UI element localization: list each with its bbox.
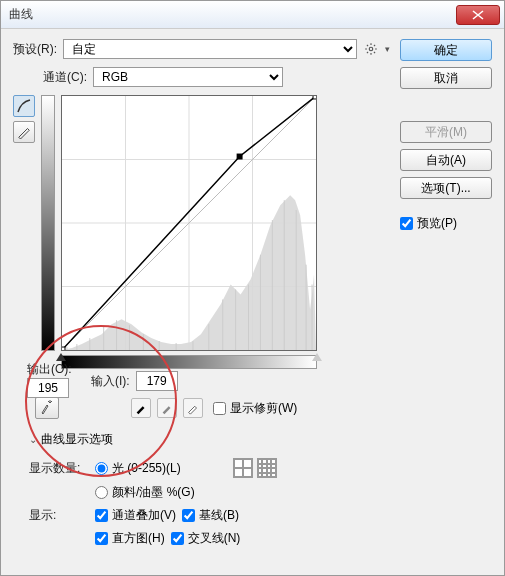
intersection-checkbox[interactable]: 交叉线(N) xyxy=(171,530,241,547)
preset-select[interactable]: 自定 xyxy=(63,39,357,59)
light-radio[interactable]: 光 (0-255)(L) xyxy=(95,460,181,477)
svg-point-0 xyxy=(369,47,373,51)
channel-overlay-checkbox[interactable]: 通道叠加(V) xyxy=(95,507,176,524)
pigment-radio[interactable]: 颜料/油墨 %(G) xyxy=(95,484,195,501)
options-button[interactable]: 选项(T)... xyxy=(400,177,492,199)
input-field[interactable] xyxy=(136,371,178,391)
display-options-label: 曲线显示选项 xyxy=(41,431,113,448)
show-label: 显示: xyxy=(29,507,89,524)
histogram-checkbox[interactable]: 直方图(H) xyxy=(95,530,165,547)
ok-button[interactable]: 确定 xyxy=(400,39,492,61)
smooth-button: 平滑(M) xyxy=(400,121,492,143)
curve-pencil-tool[interactable] xyxy=(13,121,35,143)
svg-rect-29 xyxy=(237,154,243,160)
white-point-slider[interactable] xyxy=(312,353,322,361)
preset-label: 预设(R): xyxy=(13,41,57,58)
show-clipping-checkbox[interactable]: 显示修剪(W) xyxy=(213,400,297,417)
grid-tenth-icon[interactable] xyxy=(257,458,277,478)
window-title: 曲线 xyxy=(9,6,456,23)
preset-menu-icon[interactable] xyxy=(363,41,379,57)
output-label: 输出(O): xyxy=(27,361,72,378)
baseline-checkbox[interactable]: 基线(B) xyxy=(182,507,239,524)
white-eyedropper[interactable] xyxy=(183,398,203,418)
curves-dialog: 曲线 预设(R): 自定 ▾ 通道(C): RGB xyxy=(0,0,505,576)
svg-rect-30 xyxy=(313,96,316,99)
disclosure-triangle-icon: ⌄ xyxy=(29,434,37,445)
auto-button[interactable]: 自动(A) xyxy=(400,149,492,171)
close-button[interactable] xyxy=(456,5,500,25)
horizontal-gradient xyxy=(61,355,317,369)
channel-select[interactable]: RGB xyxy=(93,67,283,87)
preview-checkbox[interactable]: 预览(P) xyxy=(400,215,457,232)
cancel-button[interactable]: 取消 xyxy=(400,67,492,89)
preview-label: 预览(P) xyxy=(417,215,457,232)
target-adjust-tool[interactable] xyxy=(35,397,59,419)
channel-label: 通道(C): xyxy=(43,69,87,86)
output-field[interactable] xyxy=(27,378,69,398)
curve-point-tool[interactable] xyxy=(13,95,35,117)
grid-quarter-icon[interactable] xyxy=(233,458,253,478)
vertical-gradient xyxy=(41,95,55,351)
gray-eyedropper[interactable] xyxy=(157,398,177,418)
svg-rect-28 xyxy=(62,347,65,350)
display-options-disclosure[interactable]: ⌄ 曲线显示选项 xyxy=(29,431,390,448)
black-eyedropper[interactable] xyxy=(131,398,151,418)
show-clipping-label: 显示修剪(W) xyxy=(230,400,297,417)
titlebar: 曲线 xyxy=(1,1,504,29)
curve-graph[interactable] xyxy=(61,95,317,351)
chevron-down-icon[interactable]: ▾ xyxy=(385,44,390,54)
black-point-slider[interactable] xyxy=(56,353,66,361)
show-amount-label: 显示数量: xyxy=(29,460,89,477)
input-label: 输入(I): xyxy=(91,373,130,390)
